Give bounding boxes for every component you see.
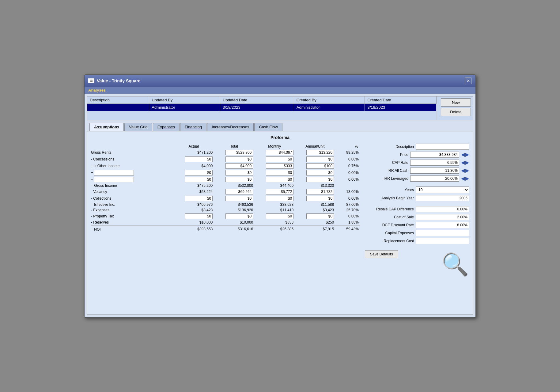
- row-noi: = NOI $393,553 $316,616 $26,385 $7,915 5…: [91, 225, 360, 232]
- val-expenses-monthly: $11,410: [254, 207, 295, 213]
- input-custom-1-total[interactable]: [225, 170, 253, 175]
- price-arrow-right[interactable]: ▶: [465, 152, 469, 157]
- right-irr-leveraged-input[interactable]: [410, 175, 459, 182]
- input-property-tax-total[interactable]: [225, 213, 253, 219]
- val-custom-1-actual: [173, 169, 214, 176]
- new-button[interactable]: New: [441, 98, 471, 107]
- input-concessions-monthly[interactable]: [266, 156, 293, 162]
- input-collections-annual[interactable]: [306, 196, 334, 201]
- row-other-income: + + Other Income $4,000 0.75%: [91, 163, 360, 169]
- cell-created-by: Administrator: [294, 104, 365, 111]
- window-icon: ☰: [88, 78, 94, 83]
- cell-created-date: 3/18/2023: [365, 104, 437, 111]
- input-custom-2-total[interactable]: [225, 177, 253, 182]
- val-custom-1-monthly: [254, 169, 295, 176]
- irr-leveraged-arrow-left[interactable]: ◀: [461, 175, 465, 181]
- right-years-select[interactable]: 1051520: [416, 187, 469, 193]
- price-arrow-left[interactable]: ◀: [461, 152, 465, 157]
- right-irr-leveraged-label: IRR Leveraged: [365, 176, 408, 181]
- tab-expenses[interactable]: Expenses: [153, 123, 180, 131]
- input-concessions-annual[interactable]: [306, 156, 334, 162]
- input-concessions-total[interactable]: [225, 156, 253, 162]
- cap-rate-arrow-right[interactable]: ▶: [465, 160, 469, 165]
- row-expenses: - Expenses $3,423 $136,920 $11,410 $3,42…: [91, 207, 360, 213]
- right-description-input[interactable]: [416, 144, 469, 150]
- input-property-tax-annual[interactable]: [306, 213, 334, 219]
- menu-analyses[interactable]: Analyses: [88, 88, 106, 92]
- val-gross-rents-monthly: [254, 149, 295, 156]
- right-cost-of-sale-input[interactable]: [416, 214, 469, 220]
- save-defaults-button[interactable]: Save Defaults: [365, 250, 398, 258]
- tab-cash-flow[interactable]: Cash Flow: [254, 123, 282, 131]
- irr-leveraged-arrow-right[interactable]: ▶: [465, 175, 469, 181]
- input-property-tax-actual[interactable]: [185, 213, 213, 219]
- tab-financing[interactable]: Financing: [180, 123, 206, 131]
- right-replacement-cost-row: Replacement Cost: [365, 238, 469, 244]
- input-custom-2-annual[interactable]: [306, 177, 334, 182]
- val-custom-2-annual: [295, 176, 335, 183]
- table-row[interactable]: Administrator 3/18/2023 Administrator 3/…: [87, 104, 437, 111]
- input-collections-total[interactable]: [225, 196, 253, 201]
- input-other-income-monthly[interactable]: [266, 163, 293, 169]
- input-other-income-total[interactable]: [225, 163, 253, 169]
- right-resale-cap-input[interactable]: [416, 206, 469, 212]
- input-gross-rents-annual[interactable]: [306, 150, 334, 155]
- right-years-label: Years: [365, 188, 414, 192]
- input-gross-rents-total[interactable]: [225, 150, 253, 155]
- irr-all-cash-arrow-right[interactable]: ▶: [465, 168, 469, 173]
- val-noi-annual: $7,915: [295, 225, 335, 232]
- irr-all-cash-arrow-left[interactable]: ◀: [461, 168, 465, 173]
- val-gross-income-actual: $475,200: [173, 183, 214, 188]
- input-custom-label-2[interactable]: [94, 177, 134, 182]
- row-reserves: - Reserves $10,000 $10,000 $833 $250 1.8…: [91, 220, 360, 226]
- input-custom-2-monthly[interactable]: [266, 177, 293, 182]
- input-vacancy-total[interactable]: [225, 189, 253, 194]
- input-other-income-annual[interactable]: [306, 163, 334, 169]
- input-collections-monthly[interactable]: [266, 196, 293, 201]
- close-button[interactable]: ✕: [465, 77, 472, 84]
- val-vacancy-total: [214, 188, 254, 195]
- cap-rate-arrows: ◀ ▶: [461, 160, 469, 165]
- input-custom-2-actual[interactable]: [185, 177, 213, 182]
- right-price-input[interactable]: [410, 152, 459, 158]
- tab-value-grid[interactable]: Value Grid: [124, 123, 152, 131]
- right-replacement-cost-input[interactable]: [416, 238, 469, 244]
- window-title: Value - Trinity Square: [97, 78, 140, 83]
- main-panel: Proforma Actual Total Monthly Annual/Uni…: [87, 131, 473, 315]
- row-gross-rents: Gross Rents $471,200 99.25%: [91, 149, 360, 156]
- input-gross-rents-monthly[interactable]: [266, 150, 293, 155]
- input-custom-label-1[interactable]: [94, 170, 134, 175]
- col-updated-by: Updated By: [149, 96, 220, 104]
- val-expenses-actual: $3,423: [173, 207, 214, 213]
- input-custom-1-monthly[interactable]: [266, 170, 293, 175]
- input-custom-1-actual[interactable]: [185, 170, 213, 175]
- proforma-right: Description Price ◀ ▶ CAP Rat: [365, 144, 469, 272]
- input-concessions-actual[interactable]: [185, 156, 213, 162]
- val-noi-monthly: $26,385: [254, 225, 295, 232]
- magnifier-icon: 🔍: [441, 253, 469, 275]
- input-vacancy-monthly[interactable]: [266, 189, 293, 194]
- input-collections-actual[interactable]: [185, 196, 213, 201]
- val-gross-rents-total: [214, 149, 254, 156]
- input-property-tax-monthly[interactable]: [266, 213, 293, 219]
- right-analysis-begin-year-input[interactable]: [416, 195, 469, 201]
- val-reserves-annual: $250: [295, 220, 335, 226]
- val-gross-income-pct: [335, 183, 360, 188]
- right-resale-cap-label: Resale CAP Difference: [365, 207, 414, 211]
- right-capital-expenses-input[interactable]: [416, 230, 469, 236]
- right-dcf-discount-rate-input[interactable]: [416, 222, 469, 228]
- list-table-wrapper: Description Updated By Updated Date Crea…: [87, 96, 437, 120]
- input-vacancy-annual[interactable]: [306, 189, 334, 194]
- delete-button[interactable]: Delete: [441, 108, 471, 116]
- tab-assumptions[interactable]: Assumptions: [89, 123, 124, 131]
- input-custom-1-annual[interactable]: [306, 170, 334, 175]
- val-custom-1-annual: [295, 169, 335, 176]
- right-cost-of-sale-label: Cost of Sale: [365, 215, 414, 219]
- cap-rate-arrow-left[interactable]: ◀: [461, 160, 465, 165]
- header-annual: Annual/Unit: [295, 144, 335, 149]
- right-cap-rate-input[interactable]: [410, 160, 459, 166]
- label-vacancy: - Vacancy: [91, 188, 173, 195]
- right-irr-all-cash-input[interactable]: [410, 168, 459, 174]
- tab-increases-decreases[interactable]: Increases/Decreases: [207, 123, 254, 131]
- right-dcf-discount-rate-row: DCF Discount Rate: [365, 222, 469, 228]
